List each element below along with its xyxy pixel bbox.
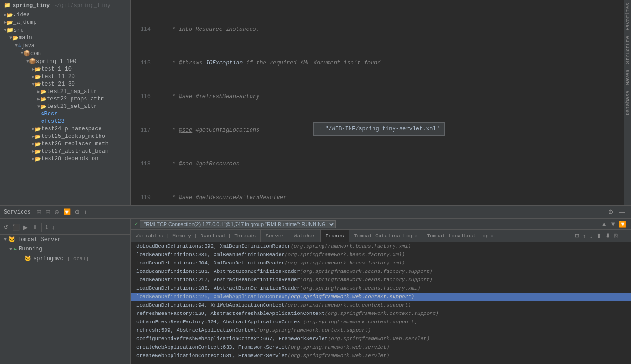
debug-tabs: Variables | Memory | Overhead | Threads … bbox=[131, 230, 631, 242]
package-icon: 📦 bbox=[29, 58, 36, 65]
tab-localhost[interactable]: Tomcat Localhost Log ✕ bbox=[422, 230, 498, 242]
localhost-close-btn[interactable]: ✕ bbox=[490, 233, 493, 239]
services-minimize-btn[interactable]: — bbox=[617, 207, 627, 216]
sidebar-item-label: Boss bbox=[44, 111, 58, 117]
frames-down-btn[interactable]: ↓ bbox=[588, 231, 595, 240]
thread-selector: ✓ "RMI TCP Connection(2)-127.0.0.1"@1,74… bbox=[131, 219, 631, 230]
sidebar-item-test21[interactable]: ▶ 📂 test21_map_attr bbox=[0, 88, 130, 95]
frame-item[interactable]: doLoadBeanDefinitions:392, XmlBeanDefini… bbox=[131, 242, 631, 250]
sidebar-item-spring1100[interactable]: ▼ 📦 spring_1_100 bbox=[0, 57, 130, 65]
sidebar-item-label: test_21_30 bbox=[41, 81, 75, 87]
sidebar-item-test23class[interactable]: C Test23 bbox=[0, 118, 130, 125]
thread-up-btn[interactable]: ▲ bbox=[600, 220, 608, 228]
service-expand-icon: ▼ bbox=[9, 247, 12, 252]
check-icon: ✓ bbox=[135, 221, 138, 228]
right-tab-maven[interactable]: Maven bbox=[624, 67, 631, 88]
sidebar-item-main[interactable]: ▼ 📂 main bbox=[0, 34, 130, 42]
sidebar-item-src[interactable]: ▼ 📁 src bbox=[0, 26, 130, 34]
thread-filter-btn[interactable]: 🔽 bbox=[618, 220, 627, 228]
frame-item[interactable]: loadBeanDefinitions:336, XmlBeanDefiniti… bbox=[131, 250, 631, 259]
thread-dropdown[interactable]: "RMI TCP Connection(2)-127.0.0.1"@1,747 … bbox=[140, 220, 336, 228]
sidebar-item-label: _ajdump bbox=[13, 19, 36, 26]
frames-restore-btn[interactable]: ⊞ bbox=[574, 232, 581, 240]
catalina-close-btn[interactable]: ✕ bbox=[414, 233, 417, 239]
frame-item[interactable]: loadBeanDefinitions:94, XmlWebApplicatio… bbox=[131, 301, 631, 309]
sidebar-item-label: test23_set_attr bbox=[47, 103, 97, 110]
services-add-btn[interactable]: + bbox=[82, 207, 89, 216]
code-line-114: 114 * into Resource instances. bbox=[135, 25, 620, 34]
tab-label: Frames bbox=[325, 233, 344, 239]
debug-step-over-btn[interactable]: ⤵ bbox=[43, 223, 50, 232]
tab-catalina[interactable]: Tomcat Catalina Log ✕ bbox=[349, 230, 422, 242]
sidebar-item-idea[interactable]: ▶ 📂 .idea bbox=[0, 11, 130, 19]
sidebar-item-test2130[interactable]: ▼ 📂 test_21_30 bbox=[0, 80, 130, 88]
frame-item-selected[interactable]: loadBeanDefinitions:125, XmlWebApplicati… bbox=[131, 293, 631, 301]
services-group-btn[interactable]: ⊕ bbox=[52, 207, 61, 216]
sidebar-item-test28[interactable]: ▶ 📂 test28_depends_on bbox=[0, 155, 130, 163]
services-header: Services ⊞ ⊟ ⊕ 🔽 ⚙ + ⚙ — bbox=[0, 206, 631, 219]
services-filter-btn[interactable]: 🔽 bbox=[61, 207, 72, 216]
frames-up-btn[interactable]: ↑ bbox=[581, 231, 588, 240]
tab-watches[interactable]: Watches bbox=[289, 230, 321, 242]
tab-frames[interactable]: Frames bbox=[321, 230, 349, 242]
debug-rerun-btn[interactable]: ↺ bbox=[2, 223, 10, 232]
right-tab-database[interactable]: Database bbox=[624, 88, 631, 118]
frame-item[interactable]: loadBeanDefinitions:188, AbstractBeanDef… bbox=[131, 284, 631, 293]
frames-list[interactable]: doLoadBeanDefinitions:392, XmlBeanDefini… bbox=[131, 242, 631, 364]
services-settings-btn[interactable]: ⚙ bbox=[72, 207, 82, 216]
tab-server[interactable]: Server bbox=[261, 230, 289, 242]
sidebar-item-label: test22_props_attr bbox=[47, 96, 104, 102]
project-path: ~/git/spring_tiny bbox=[53, 2, 110, 9]
code-line-115: 115 * @throws IOException if the require… bbox=[135, 59, 620, 67]
sidebar-item-test1120[interactable]: ▶ 📂 test_11_20 bbox=[0, 73, 130, 80]
tab-variables[interactable]: Variables | Memory | Overhead | Threads bbox=[131, 230, 261, 242]
sidebar-item-test23[interactable]: ▼ 📂 test23_set_attr bbox=[0, 103, 130, 110]
sidebar-item-ajdump[interactable]: ▶ 📂 _ajdump bbox=[0, 19, 130, 26]
project-sidebar[interactable]: 📁 spring_tiny ~/git/spring_tiny ▶ 📂 .ide… bbox=[0, 0, 131, 205]
frame-item[interactable]: createWebApplicationContext:681, Framewo… bbox=[131, 351, 631, 360]
sidebar-item-test110[interactable]: ▶ 📂 test_1_10 bbox=[0, 65, 130, 73]
sidebar-item-test24[interactable]: ▶ 📂 test24_p_namespace bbox=[0, 125, 130, 133]
sidebar-item-label: Test23 bbox=[44, 118, 65, 125]
sidebar-item-test25[interactable]: ▶ 📂 test25_lookup_metho bbox=[0, 133, 130, 140]
thread-down-btn[interactable]: ▼ bbox=[609, 220, 617, 228]
frame-item[interactable]: loadBeanDefinitions:304, XmlBeanDefiniti… bbox=[131, 259, 631, 267]
services-tree[interactable]: ↺ ⬛ ▶ ⏸ ⤵ ↓ ▼ 🐱 Tomcat Server ▼ ▶ bbox=[0, 219, 131, 364]
folder-icon: 📂 bbox=[35, 126, 41, 132]
services-settings2-btn[interactable]: ⚙ bbox=[606, 207, 616, 216]
debug-step-into-btn[interactable]: ↓ bbox=[50, 223, 57, 232]
sidebar-item-com[interactable]: ▼ 📦 com bbox=[0, 50, 130, 57]
debug-resume-btn[interactable]: ▶ bbox=[22, 223, 29, 232]
frame-item[interactable]: refreshBeanFactory:129, AbstractRefresha… bbox=[131, 309, 631, 318]
service-springmvc[interactable]: 🐱 springmvc [local] bbox=[0, 254, 130, 264]
right-tab-structure[interactable]: Structure bbox=[624, 33, 631, 66]
service-tomcat[interactable]: ▼ 🐱 Tomcat Server bbox=[0, 235, 130, 244]
frames-copy-btn[interactable]: ⎘ bbox=[613, 231, 619, 240]
sidebar-item-test27[interactable]: ▶ 📂 test27_abstract_bean bbox=[0, 148, 130, 155]
frames-settings-btn[interactable]: ⋯ bbox=[620, 231, 629, 240]
frames-import-btn[interactable]: ⬇ bbox=[604, 231, 612, 240]
folder-icon: 📂 bbox=[40, 104, 47, 110]
service-running[interactable]: ▼ ▶ Running bbox=[0, 244, 130, 254]
frame-item[interactable]: createWebApplicationContext:633, Framewo… bbox=[131, 343, 631, 351]
sidebar-item-java[interactable]: ▼ ☕ java bbox=[0, 42, 130, 50]
right-tab-favorites[interactable]: Favorites bbox=[624, 0, 631, 33]
sidebar-item-label: test_11_20 bbox=[41, 73, 75, 80]
debug-pause-btn[interactable]: ⏸ bbox=[30, 223, 39, 232]
frame-item[interactable]: loadBeanDefinitions:217, AbstractBeanDef… bbox=[131, 276, 631, 284]
services-expand-all-btn[interactable]: ⊞ bbox=[35, 207, 43, 216]
sidebar-item-boss[interactable]: C Boss bbox=[0, 110, 130, 118]
frames-export-btn[interactable]: ⬆ bbox=[595, 231, 603, 240]
debug-stop-btn[interactable]: ⬛ bbox=[11, 223, 21, 232]
frame-item[interactable]: obtainFreshBeanFactory:604, AbstractAppl… bbox=[131, 318, 631, 326]
code-container[interactable]: 114 * into Resource instances. 115 * @th… bbox=[131, 0, 631, 205]
sidebar-item-label: test26_replacer_meth bbox=[41, 141, 108, 147]
frame-item[interactable]: loadBeanDefinitions:181, AbstractBeanDef… bbox=[131, 267, 631, 276]
services-collapse-all-btn[interactable]: ⊟ bbox=[43, 207, 52, 216]
frame-item[interactable]: configureAndRefreshWebApplicationContext… bbox=[131, 335, 631, 343]
sidebar-item-test22[interactable]: ▶ 📂 test22_props_attr bbox=[0, 95, 130, 103]
code-view[interactable]: 114 * into Resource instances. 115 * @th… bbox=[131, 0, 624, 205]
class-icon: C bbox=[41, 111, 44, 117]
frame-item[interactable]: refresh:509, AbstractApplicationContext … bbox=[131, 326, 631, 335]
sidebar-item-test26[interactable]: ▶ 📂 test26_replacer_meth bbox=[0, 140, 130, 148]
